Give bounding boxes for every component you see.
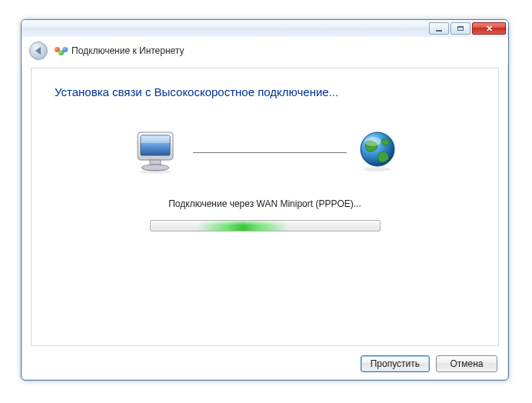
titlebar: ✕ [22, 20, 508, 37]
minimize-button[interactable] [429, 22, 449, 35]
maximize-button[interactable] [451, 22, 470, 35]
svg-point-5 [140, 169, 171, 174]
svg-point-8 [364, 137, 381, 146]
cancel-button[interactable]: Отмена [436, 355, 497, 372]
close-button[interactable]: ✕ [472, 22, 506, 35]
wizard-window: ✕ Подключение к Интернету Установка связ… [21, 19, 509, 381]
close-icon: ✕ [486, 25, 493, 33]
svg-rect-2 [141, 135, 170, 143]
button-bar: Пропустить Отмена [361, 355, 497, 372]
connection-illustration [55, 129, 475, 175]
maximize-icon [457, 26, 464, 31]
progress-bar [150, 220, 381, 231]
progress-fill [197, 221, 289, 231]
header-bar: Подключение к Интернету [22, 37, 508, 65]
computer-icon [133, 129, 182, 175]
network-wizard-icon [55, 47, 67, 55]
back-arrow-icon [35, 47, 41, 55]
status-text: Подключение через WAN Miniport (PPPOE)..… [55, 198, 475, 209]
content-panel: Установка связи с Высокоскоростное подкл… [31, 68, 499, 346]
connection-line [193, 152, 347, 153]
skip-button[interactable]: Пропустить [361, 355, 430, 372]
svg-rect-3 [150, 160, 161, 165]
svg-point-7 [361, 132, 394, 166]
globe-icon [357, 131, 397, 174]
minimize-icon [436, 30, 442, 32]
page-heading: Установка связи с Высокоскоростное подкл… [55, 85, 475, 98]
svg-point-6 [364, 167, 391, 172]
back-button[interactable] [29, 42, 48, 60]
window-title: Подключение к Интернету [71, 45, 185, 56]
